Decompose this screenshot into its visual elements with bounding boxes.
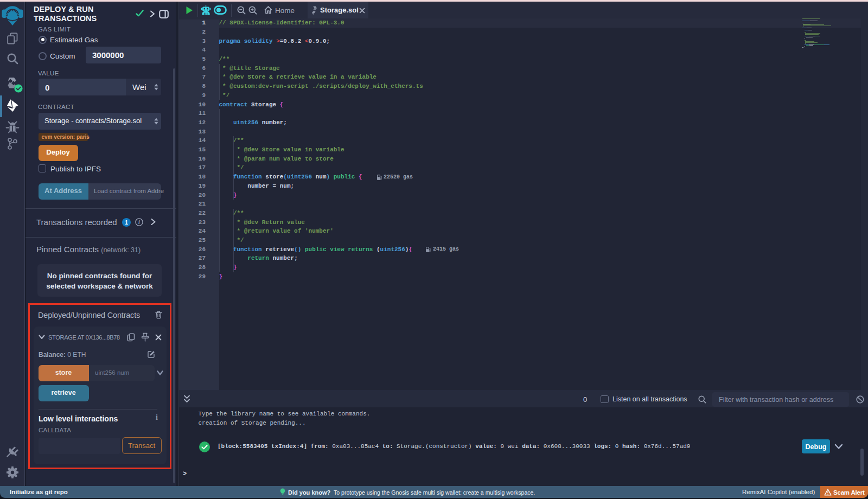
svg-text:i: i [138, 219, 140, 225]
